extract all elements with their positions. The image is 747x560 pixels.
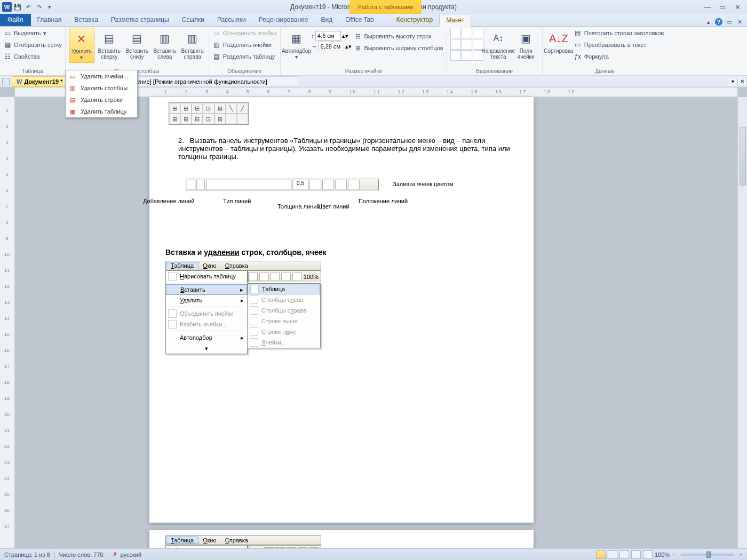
label-add-lines: Добавление линий [143,198,194,204]
status-language[interactable]: русский [121,551,141,558]
delete-columns-item[interactable]: ▥Удалить столбцы [66,82,137,94]
select-button[interactable]: ▭Выделить ▾ [3,28,62,38]
delete-icon: ✕ [73,30,90,47]
menu-figure: Таблица Окно Справка 100% Нарисовать таб… [165,261,321,357]
view-full-screen[interactable] [608,550,617,559]
close-button[interactable]: ✕ [730,2,745,12]
split-table-icon: ▤ [212,52,221,61]
proofing-icon[interactable]: ✗ [113,551,117,558]
tab-review[interactable]: Рецензирование [252,13,315,26]
row-height-input[interactable]: ↕▴▾ [312,31,352,41]
page-1[interactable]: ⊞⊞⊟⊡⊠╲╱⊞⊞⊟⊡⊞ 2. Вызвать панель инструмен… [149,97,534,523]
sort-button[interactable]: A↓ZСортировка [546,28,571,56]
view-print-layout[interactable] [596,550,606,559]
split-table-button[interactable]: ▤Разделить таблицу [212,51,277,62]
insert-right-button[interactable]: ▥Вставить справа [180,28,205,62]
cell-margins-button[interactable]: ▣Поля ячейки [513,28,539,62]
view-gridlines-button[interactable]: ▦Отобразить сетку [3,39,62,50]
convert-text-button[interactable]: ▭Преобразовать в текст [574,39,664,50]
status-bar: Страница: 1 из 8 Число слов: 770 ✗ русск… [0,548,747,560]
zoom-in-button[interactable]: + [740,551,743,558]
minimize-button[interactable]: — [700,2,715,12]
qat-more-icon[interactable]: ▾ [45,2,54,12]
delete-button[interactable]: ✕ Удалить▾ [69,28,94,63]
section-heading: Вставка и удалении строк, столбцов, ячее… [165,248,518,257]
distribute-cols-button[interactable]: ⊞Выровнять ширину столбцов [354,43,443,53]
width-icon: ↔ [312,43,317,50]
insert-below-button[interactable]: ▤Вставить снизу [124,28,150,62]
label-thickness: Толщина линий [277,203,320,210]
delete-rows-icon: ▤ [68,95,77,104]
view-draft[interactable] [643,550,653,559]
status-page[interactable]: Страница: 1 из 8 [4,551,50,558]
tab-page-layout[interactable]: Разметка страницы [105,13,176,26]
insert-left-icon: ▥ [156,30,173,47]
tab-home[interactable]: Главная [31,13,68,26]
tab-insert[interactable]: Вставка [68,13,105,26]
help-icon[interactable]: ? [715,18,722,26]
tab-file[interactable]: Файл [0,13,31,26]
tab-references[interactable]: Ссылки [176,13,211,26]
scroll-thumb[interactable] [740,127,746,186]
alignment-grid[interactable] [450,28,483,61]
formula-button[interactable]: ƒxФормула [574,51,664,62]
tab-office-tab[interactable]: Office Tab [339,13,380,26]
tab-close-all-icon[interactable]: ✕ [737,77,747,86]
document-body[interactable]: ⊞⊞⊟⊡⊠╲╱⊞⊞⊟⊡⊞ 2. Вызвать панель инструмен… [149,97,534,362]
grid-icon: ▦ [3,41,12,49]
zoom-level[interactable]: 100% [655,551,670,558]
tab-view[interactable]: Вид [314,13,339,26]
cursor-icon: ▭ [3,29,12,37]
autofit-button[interactable]: ▦Автоподбор▾ [284,28,309,62]
fig-menu-window: Окно [198,262,221,269]
zoom-slider[interactable] [681,554,734,556]
delete-dropdown: ▭Удалить ячейки... ▥Удалить столбцы ▤Уда… [65,70,138,118]
insert-left-button[interactable]: ▥Вставить слева [152,28,178,62]
ribbon-restore-icon[interactable]: ▭ [725,18,733,26]
redo-icon[interactable]: ↷ [34,2,44,12]
delete-table-item[interactable]: ▦Удалить таблицу [66,106,137,117]
group-rows-cols: ✕ Удалить▾ ▤Вставить сверху ▤Вставить сн… [66,27,209,75]
view-outline[interactable] [631,550,641,559]
fig-insert-submenu: Таблица Столбцы слева Столбцы справа Стр… [247,283,321,348]
delete-rows-item[interactable]: ▤Удалить строки [66,94,137,106]
dist-rows-icon: ⊟ [354,32,362,41]
label-line-type: Тип линий [223,198,251,204]
status-word-count[interactable]: Число слов: 770 [59,551,104,558]
vertical-ruler[interactable] [0,97,15,548]
group-alignment: A↕Направление текста ▣Поля ячейки Выравн… [447,27,543,75]
text-direction-icon: A↕ [490,30,507,47]
maximize-button[interactable]: ▭ [715,2,730,12]
insert-right-icon: ▥ [184,30,201,47]
delete-table-icon: ▦ [68,107,77,116]
tab-table-layout[interactable]: Макет [439,14,471,27]
tab-dropdown-icon[interactable]: ▾ [728,77,737,86]
distribute-rows-button[interactable]: ⊟Выровнять высоту строк [354,31,443,42]
view-web[interactable] [619,550,629,559]
insert-above-button[interactable]: ▤Вставить сверху [97,28,122,62]
delete-cells-item[interactable]: ▭Удалить ячейки... [66,70,137,82]
text-direction-button[interactable]: A↕Направление текста [486,28,511,62]
undo-icon[interactable]: ↶ [23,2,33,12]
save-icon[interactable]: 💾 [13,2,22,12]
zoom-out-button[interactable]: − [672,551,675,558]
fig-sub-rows-below: Строки ниже [248,326,320,337]
dist-cols-icon: ⊞ [354,44,362,52]
vertical-scrollbar[interactable] [737,97,747,548]
tab-list-icon[interactable] [2,78,10,85]
split-cells-button[interactable]: ▥Разделить ячейки [212,39,277,50]
ribbon-close-icon[interactable]: ✕ [735,18,744,26]
group-merge: ▭Объединить ячейки ▥Разделить ячейки ▤Ра… [209,27,281,75]
split-cells-icon: ▥ [212,41,221,49]
col-width-input[interactable]: ↔▴▾ [312,42,352,51]
tab-mailings[interactable]: Рассылки [211,13,252,26]
merge-cells-button[interactable]: ▭Объединить ячейки [212,28,277,38]
repeat-header-button[interactable]: ▤Повторить строки заголовков [574,28,664,38]
fig-menu-help: Справка [221,262,252,269]
properties-button[interactable]: ☷Свойства [3,51,62,62]
group-label-data: Данные [546,67,664,75]
tab-table-design[interactable]: Конструктор [390,13,439,26]
group-data: A↓ZСортировка ▤Повторить строки заголовк… [543,27,667,75]
fig-menubar: Таблица Окно Справка [165,261,321,270]
ribbon-minimize-icon[interactable]: ▴ [704,18,713,26]
